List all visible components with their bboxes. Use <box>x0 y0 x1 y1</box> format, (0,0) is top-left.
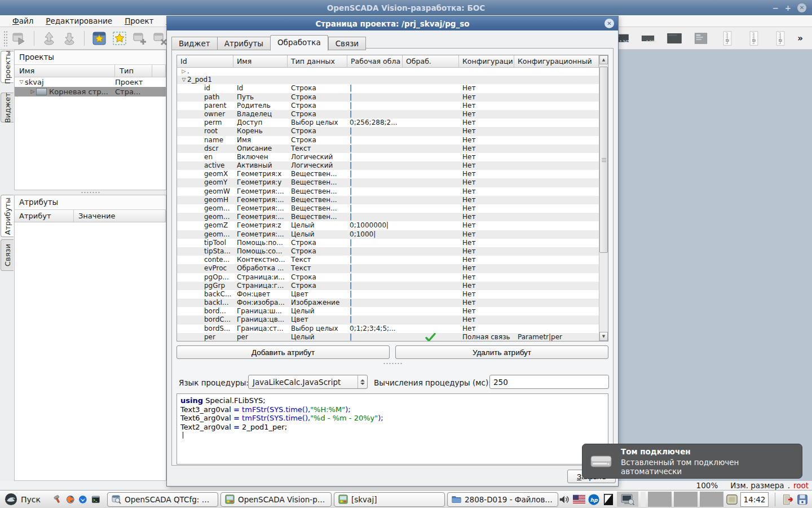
dock-tab-Виджет[interactable]: Виджет <box>1 93 14 122</box>
disk-mount-icon[interactable] <box>796 493 809 506</box>
table-row-active[interactable]: activeАктивныйЛогический|Нет <box>177 161 599 170</box>
table-row-path[interactable]: pathПутьСтрока|Нет <box>177 93 599 102</box>
table-row-owner[interactable]: ownerВладелецСтрока|Нет <box>177 110 599 119</box>
table-row-geomY[interactable]: geomYГеометрия:yВеществен...|Нет <box>177 178 599 187</box>
keyboard-layout-icon[interactable] <box>573 493 585 506</box>
expander-open-icon[interactable]: ▽ <box>18 77 25 87</box>
scroll-down-icon[interactable]: ▼ <box>599 332 608 341</box>
table-scrollbar[interactable]: ▲ ▼ <box>599 55 608 341</box>
add-widget-button[interactable] <box>132 30 148 46</box>
scrollbar-thumb[interactable] <box>599 67 608 253</box>
expander-closed-icon[interactable]: ▷ <box>29 87 36 97</box>
table-row-parent[interactable]: parentРодительСтрока|Нет <box>177 102 599 110</box>
table-row-root[interactable]: rootКореньСтрока|Нет <box>177 127 599 135</box>
projects-column-Имя[interactable]: Имя <box>15 65 115 77</box>
minimize-button[interactable]: − <box>772 3 778 12</box>
expander-open-icon[interactable]: ▽ <box>180 76 187 84</box>
new-widget-button[interactable] <box>91 30 107 46</box>
table-row-name[interactable]: nameИмяСтрока|Нет <box>177 136 599 144</box>
tab-Атрибуты[interactable]: Атрибуты <box>217 37 270 50</box>
table-row-geom...[interactable]: geom...Геометрия:...Веществен...|Нет <box>177 213 599 221</box>
dock-splitter[interactable] <box>14 190 166 195</box>
table-row-bordS...[interactable]: bordS...Граница:ст...Выбор целых0;1;2;3;… <box>177 325 599 333</box>
toolbar-grip-handle[interactable] <box>3 30 8 46</box>
add-attribute-button[interactable]: Добавить атрибут <box>176 345 390 359</box>
table-header-Тип данных[interactable]: Тип данных <box>288 55 347 67</box>
expander-closed-icon[interactable]: ▷ <box>180 67 187 76</box>
save-button[interactable] <box>61 30 77 46</box>
scroll-up-icon[interactable]: ▲ <box>599 55 608 64</box>
procedure-language-select[interactable]: JavaLikeCalc.JavaScript <box>248 375 368 389</box>
procedure-calc-input[interactable] <box>489 375 609 389</box>
clock[interactable]: 14:42 <box>740 492 769 507</box>
dock-tab-Проекты[interactable]: Проекты <box>1 51 14 83</box>
terminal-launcher[interactable] <box>91 495 100 504</box>
logout-icon[interactable] <box>782 493 794 506</box>
load-button[interactable] <box>41 30 57 46</box>
widget-form-button[interactable] <box>691 30 710 47</box>
firefox-launcher[interactable] <box>66 495 75 504</box>
start-button[interactable]: Пуск <box>3 492 45 507</box>
close-button[interactable]: ✕ <box>797 3 806 12</box>
table-header-Конфигураци[interactable]: Конфигураци <box>459 55 514 67</box>
menu-Проект[interactable]: Проект <box>119 15 159 27</box>
table-header-Имя[interactable]: Имя <box>233 55 288 67</box>
table-row-.[interactable]: ▷. <box>177 67 599 76</box>
widget-slider-3-button[interactable] <box>771 30 790 47</box>
table-row-geomX[interactable]: geomXГеометрия:xВеществен...|Нет <box>177 170 599 178</box>
taskbar-window-2808-D019 - Файловый ...[interactable]: 2808-D019 - Файловый ... <box>447 492 558 507</box>
widget-lcd-small-button[interactable]: 1.349 <box>638 30 657 47</box>
remove-attribute-button[interactable]: Удалить атрибут <box>395 345 608 359</box>
table-row-id[interactable]: idIdСтрока|Нет <box>177 84 599 93</box>
table-row-backC...[interactable]: backC...Фон:цветЦвет|Нет <box>177 290 599 299</box>
table-row-2_pod1[interactable]: ▽2_pod1 <box>177 76 599 84</box>
table-header-Id[interactable]: Id <box>177 55 233 67</box>
hp-tray-icon[interactable]: hp <box>588 493 600 506</box>
table-header-Обраб.[interactable]: Обраб. <box>403 55 459 67</box>
dialog-close-icon[interactable]: ✕ <box>604 19 614 28</box>
table-row-perm[interactable]: permДоступВыбор целых0;256;288;2...Нет <box>177 119 599 127</box>
tab-Обработка[interactable]: Обработка <box>270 35 328 51</box>
table-row-geomZ[interactable]: geomZГеометрия:zЦелый0;1000000|Нет <box>177 221 599 230</box>
project-tree-row-skvaj[interactable]: ▽skvajПроект <box>15 77 166 87</box>
widget-library-button[interactable] <box>112 30 127 46</box>
attributes-column-Атрибут[interactable]: Атрибут <box>15 210 74 222</box>
table-row-pgGrp[interactable]: pgGrpСтраница:г...Строка|Нет <box>177 282 599 290</box>
procedure-code-editor[interactable]: using Special.FLibSYS;Text3_arg0val = tm… <box>176 393 608 465</box>
dock-tab-Связи[interactable]: Связи <box>1 239 14 271</box>
volume-icon[interactable] <box>558 493 571 506</box>
table-row-backI...[interactable]: backI...Фон:изобра...Изображение|Нет <box>177 299 599 307</box>
table-row-en[interactable]: enВключенЛогический|Нет <box>177 153 599 161</box>
delete-widget-button[interactable] <box>152 30 168 46</box>
table-row-geomH[interactable]: geomHГеометрия:...Веществен...|Нет <box>177 196 599 204</box>
table-row-tipSta...[interactable]: tipSta...Помощь:со...Строка|Нет <box>177 247 599 256</box>
widget-slider-2-button[interactable] <box>744 30 764 47</box>
dialog-splitter[interactable] <box>172 362 613 365</box>
table-row-per[interactable]: perperЦелый|Полная связьParametr|per <box>177 333 599 341</box>
taskbar-window-[skvaj][interactable]: [skvaj] <box>334 492 445 507</box>
tab-Виджет[interactable]: Виджет <box>171 37 217 50</box>
thunderbird-launcher[interactable] <box>78 495 87 504</box>
table-row-geom...[interactable]: geom...Геометрия:...Веществен...|Нет <box>177 204 599 213</box>
tab-Связи[interactable]: Связи <box>328 37 366 50</box>
menu-Редактирование[interactable]: Редактирование <box>40 15 118 27</box>
maximize-button[interactable]: + <box>785 3 791 12</box>
table-row-dscr[interactable]: dscrОписаниеТекст|Нет <box>177 144 599 153</box>
table-header-Конфигурационный[interactable]: Конфигурационный <box>514 55 599 67</box>
toolbar-overflow-icon[interactable]: » <box>797 33 803 43</box>
screen-tray-icon[interactable] <box>621 494 634 505</box>
clipboard-tray-icon[interactable] <box>602 493 615 506</box>
taskbar-window-OpenSCADA Vision-раз...[interactable]: OpenSCADA Vision-раз... <box>220 492 332 507</box>
table-row-pgOp...[interactable]: pgOp...Страница:и...Строка|Нет <box>177 273 599 282</box>
table-header-Рабочая обла[interactable]: Рабочая обла <box>347 55 403 67</box>
desktop-pager-icon[interactable] <box>726 493 738 506</box>
table-row-bordC...[interactable]: bordC...Граница:цв...Цвет|Нет <box>177 316 599 324</box>
attributes-column-Значение[interactable]: Значение <box>74 210 166 222</box>
table-row-bord...[interactable]: bord...Граница:ш...Целый|Нет <box>177 307 599 316</box>
projects-column-Тип[interactable]: Тип <box>115 65 152 77</box>
widget-panel-button[interactable] <box>665 30 684 47</box>
table-row-geomW[interactable]: geomWГеометрия:...Веществен...|Нет <box>177 187 599 196</box>
project-tree-row-Корневая стр...[interactable]: ▷Корневая стр...Стра... <box>15 87 166 97</box>
menu-Файл[interactable]: Файл <box>7 15 39 27</box>
taskbar-window-OpenSCADA QTCfg: БОС[interactable]: OpenSCADA QTCfg: БОС <box>107 492 218 507</box>
